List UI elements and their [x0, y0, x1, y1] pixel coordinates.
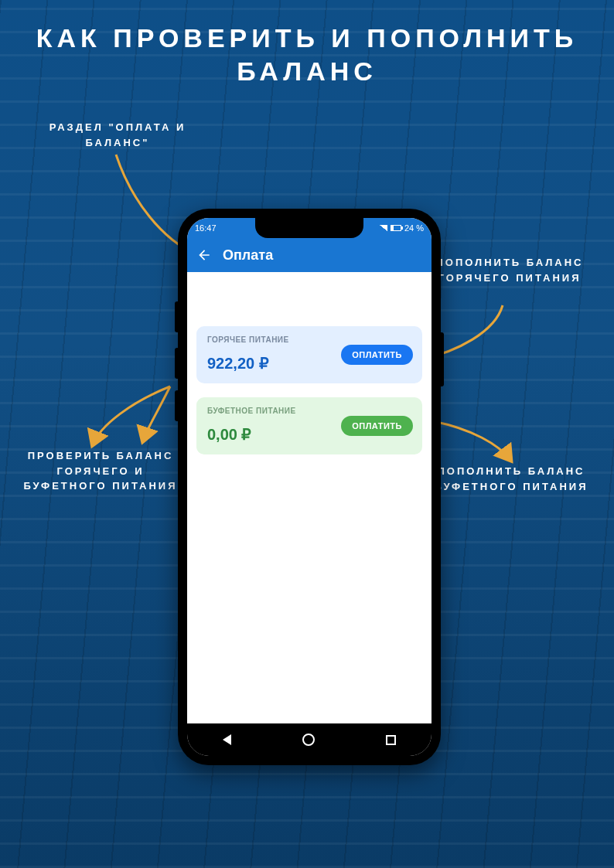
card-hot-label: ГОРЯЧЕЕ ПИТАНИЕ: [207, 335, 411, 344]
status-time: 16:47: [195, 223, 217, 233]
nav-recent-icon[interactable]: [386, 735, 396, 745]
annotation-section: РАЗДЕЛ "ОПЛАТА И БАЛАНС": [32, 120, 203, 150]
app-bar: Оплата: [187, 238, 432, 272]
phone-frame: 16:47 24 % Оплата ГОРЯЧЕЕ ПИТАНИЕ 922,20…: [178, 209, 441, 765]
page-title: КАК ПРОВЕРИТЬ И ПОПОЛНИТЬ БАЛАНС: [0, 22, 614, 87]
card-buffet: БУФЕТНОЕ ПИТАНИЕ 0,00 ₽ ОПЛАТИТЬ: [196, 397, 422, 454]
android-navbar: [187, 723, 432, 756]
card-buffet-label: БУФЕТНОЕ ПИТАНИЕ: [207, 407, 411, 415]
pay-hot-button[interactable]: ОПЛАТИТЬ: [341, 345, 413, 365]
app-bar-title: Оплата: [223, 247, 273, 264]
phone-screen: 16:47 24 % Оплата ГОРЯЧЕЕ ПИТАНИЕ 922,20…: [187, 218, 432, 756]
pay-buffet-button[interactable]: ОПЛАТИТЬ: [341, 416, 413, 436]
status-battery: 24 %: [404, 223, 424, 233]
phone-notch: [255, 218, 363, 238]
nav-home-icon[interactable]: [302, 734, 315, 746]
card-hot-meals: ГОРЯЧЕЕ ПИТАНИЕ 922,20 ₽ ОПЛАТИТЬ: [196, 326, 422, 383]
annotation-topup-buffet: ПОПОЛНИТЬ БАЛАНС БУФЕТНОГО ПИТАНИЯ: [430, 464, 592, 494]
signal-icon: [380, 225, 387, 231]
back-arrow-icon[interactable]: [196, 247, 212, 263]
annotation-topup-hot: ПОПОЛНИТЬ БАЛАНС ГОРЯЧЕГО ПИТАНИЯ: [428, 255, 591, 285]
nav-back-icon[interactable]: [223, 734, 231, 745]
content-area: ГОРЯЧЕЕ ПИТАНИЕ 922,20 ₽ ОПЛАТИТЬ БУФЕТН…: [187, 272, 432, 454]
battery-icon: [391, 225, 401, 231]
annotation-check-balance: ПРОВЕРИТЬ БАЛАНС ГОРЯЧЕГО И БУФЕТНОГО ПИ…: [23, 448, 178, 494]
